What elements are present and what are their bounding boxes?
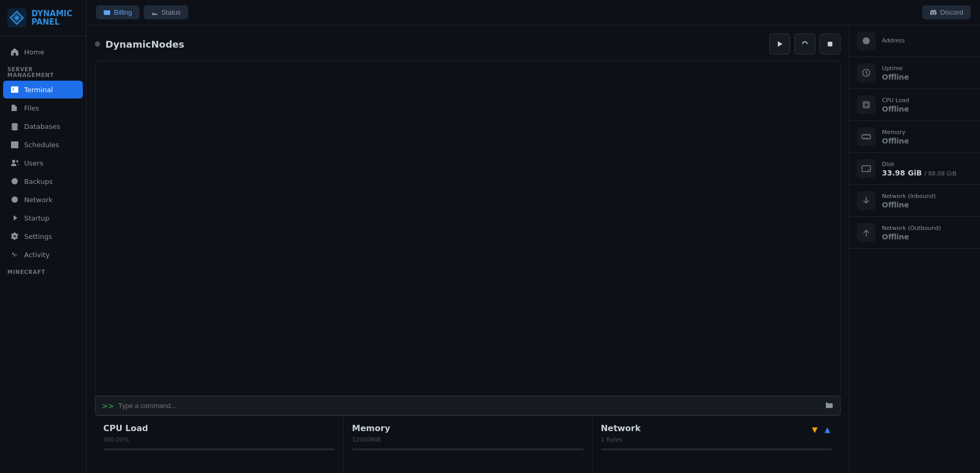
cpu-stat-sub: 300.00% [103, 436, 335, 443]
status-icon [151, 9, 158, 16]
network-inbound-icon-wrapper [857, 191, 876, 210]
backups-icon [10, 177, 19, 185]
sidebar-item-startup[interactable]: Startup [3, 209, 83, 227]
billing-tab[interactable]: Billing [96, 5, 139, 19]
svg-rect-15 [865, 103, 868, 107]
brand-text: DYNAMIC PANEL [31, 9, 72, 27]
uptime-icon [861, 68, 871, 78]
network-outbound-icon-wrapper [857, 223, 876, 242]
network-inbound-title: Network (Inbound) [882, 193, 973, 200]
terminal-console [95, 61, 841, 396]
sidebar-item-label: Startup [24, 214, 49, 222]
network-stat-label: Network [601, 423, 641, 433]
billing-label: Billing [114, 8, 132, 16]
brand-icon [7, 8, 26, 27]
sidebar-item-files[interactable]: Files [3, 99, 83, 117]
terminal-icon [10, 85, 19, 94]
address-title: Address [882, 37, 973, 44]
server-header: DynamicNodes [95, 34, 841, 54]
address-icon-wrapper [857, 31, 876, 50]
start-button[interactable] [769, 34, 790, 54]
brand-line2: PANEL [31, 18, 72, 27]
terminal-input-row: >> [95, 396, 841, 415]
server-controls [769, 34, 841, 54]
stat-card-cpu: CPU Load Offline [849, 89, 980, 121]
sidebar-item-home[interactable]: Home [3, 43, 83, 61]
discord-button[interactable]: Discord [922, 5, 971, 19]
sidebar-item-label: Home [24, 48, 44, 56]
sidebar-item-label: Users [24, 159, 43, 167]
disk-icon-wrapper [857, 159, 876, 178]
billing-icon [103, 9, 111, 16]
content-area: DynamicNodes >> [87, 25, 980, 473]
play-icon [776, 40, 783, 48]
restart-button[interactable] [794, 34, 815, 54]
sidebar-item-users[interactable]: Users [3, 154, 83, 172]
sidebar-item-label: Terminal [24, 86, 53, 94]
copy-icon [825, 401, 834, 409]
stat-card-uptime: Uptime Offline [849, 57, 980, 89]
memory-stat-sub: 12000MiB [352, 436, 583, 443]
stat-card-network-inbound: Network (Inbound) Offline [849, 185, 980, 217]
sidebar-item-settings[interactable]: Settings [3, 227, 83, 245]
sidebar-item-label: Activity [24, 251, 50, 259]
svg-point-18 [868, 169, 869, 170]
stat-card-memory: Memory Offline [849, 121, 980, 153]
memory-stat-label: Memory [352, 423, 583, 433]
sidebar-item-terminal[interactable]: Terminal [3, 81, 83, 98]
terminal-input[interactable] [118, 402, 821, 410]
topbar: Billing Status Discord [87, 0, 980, 25]
memory-bar-bg [352, 448, 583, 450]
databases-icon [10, 122, 19, 130]
status-tab[interactable]: Status [144, 5, 188, 19]
sidebar-item-activity[interactable]: Activity [3, 246, 83, 263]
disk-value: 33.98 GiB / 88.08 GiB [882, 169, 973, 177]
disk-extra-value: / 88.08 GiB [924, 170, 956, 177]
cpu-value: Offline [882, 105, 973, 113]
network-outbound-icon [861, 228, 871, 237]
svg-point-6 [12, 160, 15, 163]
network-outbound-info: Network (Outbound) Offline [882, 225, 973, 241]
logo: DYNAMIC PANEL [0, 0, 86, 36]
address-icon [861, 36, 871, 46]
terminal-area: DynamicNodes >> [87, 25, 849, 473]
network-inbound-info: Network (Inbound) Offline [882, 193, 973, 209]
svg-point-3 [15, 16, 18, 19]
uptime-info: Uptime Offline [882, 65, 973, 81]
network-icons: ▼ ▲ [810, 425, 832, 434]
stop-icon [826, 40, 834, 48]
stat-card-disk: Disk 33.98 GiB / 88.08 GiB [849, 153, 980, 185]
network-outbound-value: Offline [882, 233, 973, 241]
main-content: Billing Status Discord DynamicNodes [87, 0, 980, 473]
sidebar-item-backups[interactable]: Backups [3, 172, 83, 190]
disk-info: Disk 33.98 GiB / 88.08 GiB [882, 161, 973, 177]
cpu-bar-bg [103, 448, 335, 450]
files-icon [10, 104, 19, 112]
memory-value: Offline [882, 137, 973, 145]
uptime-value: Offline [882, 73, 973, 81]
sidebar-item-databases[interactable]: Databases [3, 117, 83, 135]
stop-button[interactable] [820, 34, 841, 54]
network-down-icon: ▼ [810, 425, 820, 434]
terminal-copy-button[interactable] [825, 401, 834, 411]
sidebar-item-network[interactable]: Network [3, 191, 83, 208]
network-inbound-icon [861, 196, 871, 205]
address-info: Address [882, 37, 973, 45]
network-stat-sub: 1 Bytes [601, 436, 832, 443]
activity-icon [10, 250, 19, 259]
svg-rect-16 [862, 135, 870, 139]
disk-title: Disk [882, 161, 973, 168]
network-stat-header: Network ▼ ▲ [601, 423, 832, 435]
cpu-title: CPU Load [882, 97, 973, 104]
discord-icon [930, 9, 937, 16]
cpu-stat-label: CPU Load [103, 423, 335, 433]
stat-block-network: Network ▼ ▲ 1 Bytes [593, 416, 841, 473]
stat-card-address: Address [849, 25, 980, 57]
sidebar-item-schedules[interactable]: Schedules [3, 136, 83, 153]
discord-label: Discord [940, 8, 963, 16]
server-name: DynamicNodes [105, 39, 184, 50]
disk-icon [861, 164, 871, 173]
sidebar-item-label: Schedules [24, 141, 59, 149]
stat-block-cpu: CPU Load 300.00% [95, 416, 343, 473]
cpu-icon [861, 100, 871, 109]
